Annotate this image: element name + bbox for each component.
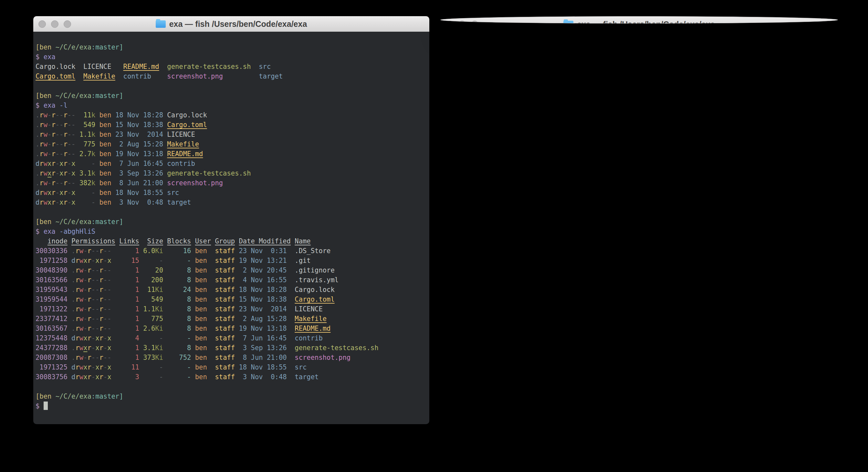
size-unit: Ki [155, 354, 163, 361]
owner-name: ben [195, 295, 211, 303]
minimize-button[interactable] [51, 20, 59, 28]
perm-char: x [107, 334, 111, 342]
terminal-line [35, 207, 428, 217]
date-modified: 3 Nov 0:48 [115, 199, 163, 206]
desktop: { "page_bg": "#000000", "underline_style… [0, 0, 868, 472]
size-unit: Ki [155, 305, 163, 313]
spacer [287, 305, 295, 313]
perm-char: r [39, 199, 43, 206]
date-modified: 3 Sep 13:26 [115, 169, 163, 177]
prompt-symbol: $ [35, 101, 43, 109]
column-header: Blocks [167, 237, 191, 245]
permissions: drwxr-xr-x [71, 373, 111, 381]
perm-char: - [71, 130, 75, 138]
terminal-line: [ben ~/C/e/exa:master] [35, 217, 428, 227]
size-unit: Ki [155, 344, 163, 352]
perm-char: . [35, 140, 39, 148]
directory-name: target [167, 199, 191, 206]
close-button[interactable] [446, 21, 453, 24]
perm-char: r [87, 325, 91, 332]
spacer [287, 266, 295, 274]
perm-char: r [63, 150, 67, 158]
perm-char: - [91, 354, 95, 361]
titlebar[interactable]: exa — fish /Users/ben/Code/exa/exa [441, 17, 838, 24]
terminal-line: [ben ~/C/e/exa:master] [35, 391, 428, 401]
file-size: 3.1Ki [143, 344, 163, 352]
perm-char: x [107, 344, 111, 352]
spacer [287, 247, 295, 255]
perm-char: r [63, 140, 67, 148]
spacer [75, 169, 79, 177]
terminal-line: drwxr-xr-x - ben 18 Nov 18:55 src [35, 188, 428, 198]
spacer [139, 257, 143, 264]
titlebar[interactable]: exa — fish /Users/ben/Code/exa/exa [33, 16, 429, 32]
spacer [163, 111, 167, 119]
date-modified: 4 Nov 16:55 [239, 276, 287, 284]
perm-char: - [103, 344, 107, 352]
perm-char: r [75, 344, 79, 352]
owner-name: ben [195, 363, 211, 371]
permissions: .rw-r--r-- [35, 140, 75, 148]
spacer [211, 334, 215, 342]
size-number: 11 [147, 286, 155, 294]
inode: 30163567 [35, 325, 67, 332]
terminal-line: 23377412 .rw-r--r-- 1 775 8 ben staff 2 … [35, 314, 428, 324]
perm-char: r [51, 160, 55, 168]
size-unit: k [91, 169, 95, 177]
spacer [191, 315, 195, 323]
close-button[interactable] [38, 20, 46, 28]
perm-char: r [51, 140, 55, 148]
spacer [75, 63, 83, 70]
terminal-screen[interactable]: [ben ~/C/e/exa:master]$ exaCargo.lock LI… [33, 32, 429, 424]
spacer [235, 373, 239, 381]
spacer [163, 199, 167, 206]
date-modified: 23 Nov 2014 [239, 305, 287, 313]
perm-char: w [43, 189, 48, 197]
perm-char: - [107, 247, 111, 255]
traffic-lights [446, 17, 478, 24]
perm-char: r [75, 247, 79, 255]
prompt-path: ~/C/e/exa [56, 392, 91, 400]
file-name: .git [294, 257, 310, 264]
owner-name: ben [195, 276, 211, 284]
size-number: 775 [83, 140, 95, 148]
perm-char: - [91, 295, 95, 303]
size-number: 200 [151, 276, 163, 284]
perm-char: r [51, 150, 55, 158]
minimize-button[interactable] [458, 21, 466, 24]
perm-char: - [71, 121, 75, 129]
perm-char: w [80, 354, 83, 361]
inode: 24377288 [35, 344, 67, 352]
perm-char: x [48, 199, 51, 206]
zoom-button[interactable] [471, 21, 478, 24]
perm-char: - [91, 276, 95, 284]
blocks-count: - [163, 373, 191, 381]
spacer [115, 72, 123, 80]
zoom-button[interactable] [64, 20, 71, 28]
perm-char: d [71, 334, 75, 342]
spacer [75, 130, 79, 138]
links-count: 1 [112, 315, 139, 323]
perm-char: r [63, 199, 67, 206]
spacer [211, 237, 215, 245]
perm-char: r [99, 305, 103, 313]
spacer [163, 169, 167, 177]
image-file-name: screenshot.png [167, 72, 223, 80]
spacer [75, 140, 79, 148]
traffic-lights [38, 16, 71, 32]
spacer [235, 237, 239, 245]
perm-char: r [75, 305, 79, 313]
perm-char: r [51, 130, 55, 138]
spacer [191, 257, 195, 264]
spacer [211, 315, 215, 323]
directory-name: contrib [123, 72, 151, 80]
size-number: 373 [143, 354, 155, 361]
spacer [287, 276, 295, 284]
perm-char: w [80, 286, 83, 294]
file-size: 200 [143, 276, 163, 284]
permissions: .rw-r--r-- [71, 315, 111, 323]
perm-char: r [87, 305, 91, 313]
perm-char: - [95, 295, 99, 303]
owner-name: ben [99, 130, 112, 138]
spacer [143, 266, 155, 274]
